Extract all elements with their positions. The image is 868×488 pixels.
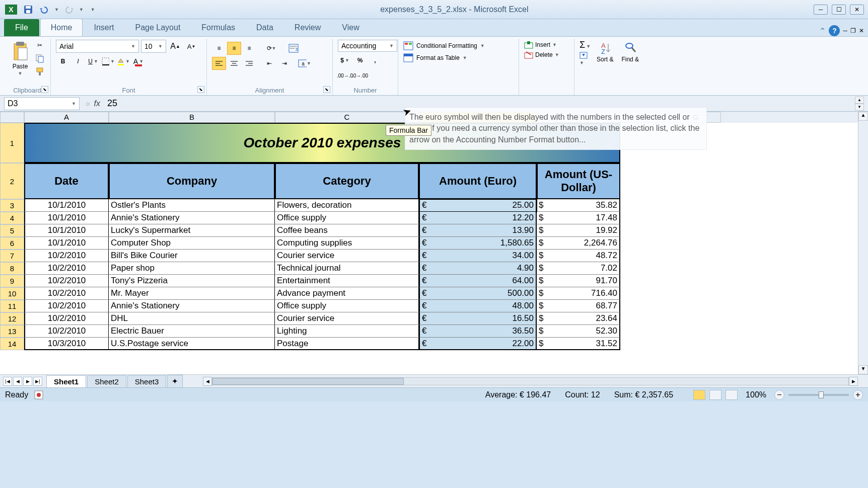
view-normal-icon[interactable] [693, 390, 705, 400]
cell-date[interactable]: 10/1/2010 [24, 199, 109, 212]
tab-view[interactable]: View [332, 19, 369, 36]
cell-category[interactable]: Coffee beans [275, 224, 419, 237]
horizontal-scrollbar[interactable]: ◀ ▶ [203, 377, 858, 386]
cell-category[interactable]: Technical journal [275, 262, 419, 275]
cell-category[interactable]: Courier service [275, 250, 419, 262]
table-row[interactable]: 10/2/2010Tony's PizzeriaEntertainment€64… [24, 275, 868, 287]
row-header-3[interactable]: 3 [0, 199, 24, 212]
format-as-table-button[interactable]: Format as Table [416, 54, 460, 61]
wrap-text-icon[interactable] [286, 42, 301, 55]
cell-date[interactable]: 10/2/2010 [24, 250, 109, 262]
cut-icon[interactable]: ✂ [34, 40, 45, 51]
redo-icon[interactable] [63, 4, 75, 16]
accounting-format-icon[interactable]: $▼ [338, 54, 352, 67]
help-button[interactable]: ? [829, 25, 840, 36]
shrink-font-icon[interactable]: A▼ [184, 40, 198, 53]
row-header-4[interactable]: 4 [0, 212, 24, 224]
grow-font-icon[interactable]: A▲ [168, 40, 182, 53]
cell-date[interactable]: 10/2/2010 [24, 275, 109, 287]
increase-indent-icon[interactable]: ⇥ [277, 57, 292, 70]
header-date[interactable]: Date [24, 163, 109, 199]
formula-bar-up-icon[interactable]: ▲ [855, 97, 864, 104]
row-header-10[interactable]: 10 [0, 287, 24, 300]
italic-button[interactable]: I [71, 55, 85, 68]
vertical-scrollbar[interactable]: ▲ ▼ [858, 112, 868, 374]
fill-icon[interactable]: ▼ [580, 52, 591, 66]
font-launcher[interactable]: ⬊ [197, 86, 204, 93]
excel-logo-icon[interactable]: X [4, 3, 18, 17]
cell-usd[interactable]: $48.72 [537, 250, 620, 262]
workbook-close-icon[interactable]: ✕ [859, 27, 864, 34]
fill-color-button[interactable]: ▼ [116, 55, 130, 68]
cell-date[interactable]: 10/1/2010 [24, 224, 109, 237]
zoom-slider[interactable] [788, 394, 849, 396]
conditional-formatting-button[interactable]: Conditional Formatting [416, 42, 477, 49]
cell-euro[interactable]: €48.00 [419, 300, 537, 312]
cell-company[interactable]: Bill's Bike Courier [109, 250, 275, 262]
merge-center-icon[interactable]: a▼ [298, 57, 312, 70]
cell-company[interactable]: Computer Shop [109, 237, 275, 250]
cell-usd[interactable]: $716.40 [537, 287, 620, 300]
sheet-nav-first[interactable]: |◀ [3, 377, 12, 386]
cell-usd[interactable]: $52.30 [537, 325, 620, 338]
autosum-icon[interactable]: Σ▼ [580, 40, 591, 50]
cell-usd[interactable]: $35.82 [537, 199, 620, 212]
name-box[interactable]: D3▼ [4, 97, 80, 110]
cell-date[interactable]: 10/1/2010 [24, 237, 109, 250]
undo-dropdown-icon[interactable]: ▼ [54, 7, 59, 12]
cell-company[interactable]: Mr. Mayer [109, 287, 275, 300]
save-icon[interactable] [22, 4, 34, 16]
cancel-formula-icon[interactable]: ○ [86, 100, 90, 108]
tab-home[interactable]: Home [40, 19, 83, 36]
cell-usd[interactable]: $17.48 [537, 212, 620, 224]
decrease-indent-icon[interactable]: ⇤ [262, 57, 276, 70]
table-row[interactable]: 10/3/2010U.S.Postage servicePostage€22.0… [24, 338, 868, 350]
cell-date[interactable]: 10/3/2010 [24, 338, 109, 350]
row-header-7[interactable]: 7 [0, 250, 24, 262]
tab-insert[interactable]: Insert [84, 19, 124, 36]
border-button[interactable]: ▼ [101, 55, 115, 68]
cell-euro[interactable]: €500.00 [419, 287, 537, 300]
cell-usd[interactable]: $68.77 [537, 300, 620, 312]
cell-category[interactable]: Advance payment [275, 287, 419, 300]
row-header-8[interactable]: 8 [0, 262, 24, 275]
sheet-nav-prev[interactable]: ◀ [13, 377, 22, 386]
percent-format-icon[interactable]: % [353, 54, 367, 67]
increase-decimal-icon[interactable]: .00→.0 [338, 69, 352, 82]
view-page-break-icon[interactable] [726, 390, 738, 400]
cell-euro[interactable]: €36.50 [419, 325, 537, 338]
cell-euro[interactable]: €34.00 [419, 250, 537, 262]
cell-company[interactable]: Tony's Pizzeria [109, 275, 275, 287]
cell-usd[interactable]: $91.70 [537, 275, 620, 287]
cell-company[interactable]: Ostler's Plants [109, 199, 275, 212]
cell-usd[interactable]: $31.52 [537, 338, 620, 350]
table-row[interactable]: 10/2/2010Annie's StationeryOffice supply… [24, 300, 868, 312]
insert-button[interactable]: Insert [535, 41, 550, 48]
qat-customize-icon[interactable]: ▼ [91, 7, 95, 12]
cell-date[interactable]: 10/1/2010 [24, 212, 109, 224]
cell-date[interactable]: 10/2/2010 [24, 325, 109, 338]
col-header-c[interactable]: C [275, 112, 419, 123]
cell-date[interactable]: 10/2/2010 [24, 287, 109, 300]
row-header-2[interactable]: 2 [0, 163, 24, 199]
select-all-corner[interactable] [0, 112, 24, 123]
cell-company[interactable]: Lucky's Supermarket [109, 224, 275, 237]
cell-category[interactable]: Entertainment [275, 275, 419, 287]
cell-euro[interactable]: €22.00 [419, 338, 537, 350]
cell-usd[interactable]: $2,264.76 [537, 237, 620, 250]
cell-euro[interactable]: €4.90 [419, 262, 537, 275]
cell-date[interactable]: 10/2/2010 [24, 262, 109, 275]
align-left-icon[interactable] [212, 57, 226, 70]
cell-usd[interactable]: $19.92 [537, 224, 620, 237]
font-color-button[interactable]: A▼ [131, 55, 146, 68]
cell-category[interactable]: Office supply [275, 300, 419, 312]
table-row[interactable]: 10/2/2010Mr. MayerAdvance payment€500.00… [24, 287, 868, 300]
sort-filter-button[interactable]: AZ Sort & [595, 40, 615, 66]
cell-category[interactable]: Flowers, decoration [275, 199, 419, 212]
cell-euro[interactable]: €12.20 [419, 212, 537, 224]
fx-icon[interactable]: fx [94, 99, 100, 108]
view-page-layout-icon[interactable] [709, 390, 721, 400]
sheet-tab-3[interactable]: Sheet3 [127, 375, 167, 387]
find-select-button[interactable]: Find & [619, 40, 641, 66]
hscroll-thumb[interactable] [212, 378, 404, 385]
